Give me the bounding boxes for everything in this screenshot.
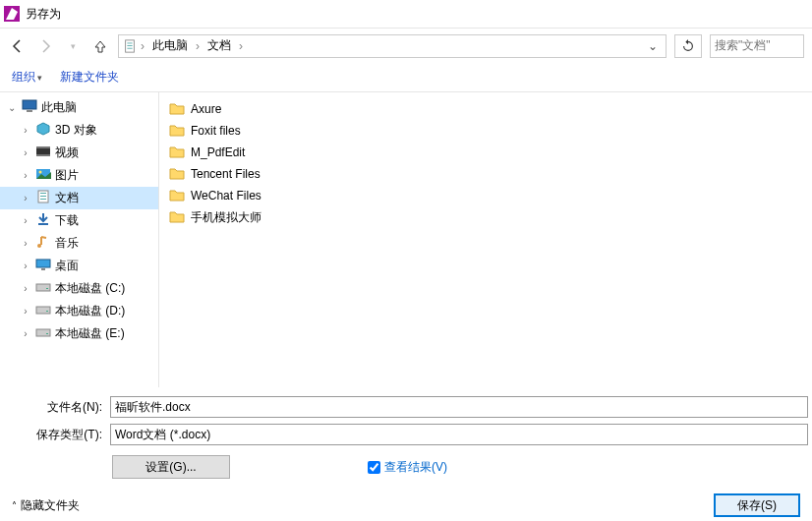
- filename-input[interactable]: [110, 396, 808, 418]
- tree-item-disk[interactable]: ›本地磁盘 (D:): [0, 300, 158, 322]
- doc-icon: [123, 39, 137, 53]
- refresh-button[interactable]: [674, 34, 702, 58]
- svg-rect-13: [40, 193, 46, 194]
- breadcrumb[interactable]: › 此电脑 › 文档 › ⌄: [118, 34, 667, 58]
- list-item[interactable]: WeChat Files: [169, 185, 802, 206]
- folder-icon: [169, 101, 185, 118]
- chevron-right-icon[interactable]: ›: [20, 193, 31, 203]
- disk-icon: [35, 280, 51, 297]
- nav-bar: ▾ › 此电脑 › 文档 › ⌄ 搜索"文档": [0, 28, 812, 63]
- svg-rect-3: [127, 45, 132, 46]
- fields: 文件名(N): 保存类型(T): 设置(G)... 查看结果(V): [0, 387, 812, 486]
- window-title: 另存为: [26, 6, 61, 23]
- organize-menu[interactable]: 组织 ▾: [12, 69, 42, 86]
- chevron-right-icon: ›: [141, 39, 145, 53]
- tree-item-label: 桌面: [55, 258, 79, 274]
- search-input[interactable]: 搜索"文档": [710, 34, 804, 58]
- tree-item-music[interactable]: ›音乐: [0, 232, 158, 255]
- settings-button[interactable]: 设置(G)...: [112, 455, 230, 479]
- breadcrumb-dropdown[interactable]: ⌄: [644, 39, 662, 53]
- tree-item-label: 本地磁盘 (C:): [55, 280, 125, 297]
- app-icon: [4, 6, 20, 22]
- svg-rect-23: [46, 311, 48, 312]
- back-button[interactable]: [8, 36, 28, 56]
- file-name: Foxit files: [191, 124, 241, 138]
- file-name: 手机模拟大师: [191, 209, 261, 226]
- refresh-icon: [681, 39, 695, 53]
- tree-item-pc[interactable]: ⌄此电脑: [0, 96, 158, 119]
- list-item[interactable]: Foxit files: [169, 120, 802, 142]
- tree-item-image[interactable]: ›图片: [0, 164, 158, 187]
- chevron-right-icon[interactable]: ›: [20, 328, 31, 339]
- list-item[interactable]: Tencent Files: [169, 163, 802, 185]
- tree-item-video[interactable]: ›视频: [0, 142, 158, 164]
- new-folder-button[interactable]: 新建文件夹: [60, 69, 119, 86]
- chevron-right-icon[interactable]: ›: [20, 170, 31, 181]
- tree-item-doc[interactable]: ›文档: [0, 187, 158, 209]
- svg-rect-16: [38, 223, 48, 225]
- footer: ˄ 隐藏文件夹 保存(S): [0, 486, 812, 521]
- toolbar: 组织 ▾ 新建文件夹: [0, 63, 812, 92]
- list-item[interactable]: 手机模拟大师: [169, 206, 802, 228]
- tree-item-label: 图片: [55, 167, 79, 184]
- svg-rect-21: [46, 288, 48, 289]
- tree-item-desktop[interactable]: ›桌面: [0, 255, 158, 277]
- chevron-right-icon[interactable]: ›: [20, 215, 31, 226]
- folder-icon: [169, 209, 185, 226]
- up-button[interactable]: [90, 36, 110, 56]
- tree-item-disk[interactable]: ›本地磁盘 (C:): [0, 277, 158, 300]
- breadcrumb-item[interactable]: 文档: [203, 37, 235, 54]
- disk-icon: [35, 303, 51, 319]
- chevron-down-icon[interactable]: ⌄: [6, 102, 18, 113]
- svg-rect-4: [127, 47, 132, 48]
- save-button[interactable]: 保存(S): [714, 493, 800, 517]
- search-placeholder: 搜索"文档": [715, 37, 771, 54]
- tree-item-download[interactable]: ›下载: [0, 209, 158, 232]
- tree-item-label: 此电脑: [41, 99, 77, 116]
- svg-rect-2: [127, 42, 132, 43]
- svg-rect-19: [41, 268, 45, 270]
- view-result-checkbox[interactable]: 查看结果(V): [368, 459, 447, 476]
- breadcrumb-item[interactable]: 此电脑: [148, 37, 192, 54]
- tree-item-label: 本地磁盘 (D:): [55, 303, 125, 319]
- file-list[interactable]: AxureFoxit filesM_PdfEditTencent FilesWe…: [159, 92, 812, 387]
- svg-rect-15: [40, 199, 46, 200]
- file-name: Axure: [191, 102, 221, 116]
- svg-rect-18: [36, 260, 50, 267]
- tree-item-label: 视频: [55, 145, 79, 161]
- chevron-right-icon[interactable]: ›: [20, 283, 31, 294]
- doc-icon: [35, 190, 51, 206]
- tree-item-3d[interactable]: ›3D 对象: [0, 119, 158, 142]
- desktop-icon: [35, 258, 51, 274]
- image-icon: [35, 167, 51, 184]
- chevron-right-icon[interactable]: ›: [20, 238, 31, 249]
- svg-rect-6: [27, 110, 32, 112]
- view-result-input[interactable]: [368, 461, 380, 474]
- file-name: WeChat Files: [191, 189, 261, 203]
- folder-icon: [169, 145, 185, 161]
- main-area: ⌄此电脑›3D 对象›视频›图片›文档›下载›音乐›桌面›本地磁盘 (C:)›本…: [0, 92, 812, 387]
- tree-item-disk[interactable]: ›本地磁盘 (E:): [0, 322, 158, 345]
- chevron-right-icon[interactable]: ›: [20, 125, 31, 136]
- disk-icon: [35, 325, 51, 342]
- tree-item-label: 文档: [55, 190, 79, 206]
- recent-dropdown[interactable]: ▾: [63, 36, 83, 56]
- filetype-select[interactable]: [110, 424, 808, 445]
- hide-folders-toggle[interactable]: ˄ 隐藏文件夹: [12, 497, 80, 514]
- chevron-right-icon[interactable]: ›: [20, 147, 31, 158]
- chevron-right-icon[interactable]: ›: [20, 260, 31, 271]
- svg-rect-14: [40, 196, 46, 197]
- svg-rect-8: [36, 146, 50, 148]
- tree-item-label: 本地磁盘 (E:): [55, 325, 125, 342]
- list-item[interactable]: Axure: [169, 98, 802, 120]
- music-icon: [35, 235, 51, 252]
- tree-item-label: 3D 对象: [55, 122, 97, 139]
- chevron-right-icon: ›: [196, 39, 200, 53]
- forward-button[interactable]: [35, 36, 55, 56]
- svg-rect-9: [36, 154, 50, 156]
- folder-tree[interactable]: ⌄此电脑›3D 对象›视频›图片›文档›下载›音乐›桌面›本地磁盘 (C:)›本…: [0, 92, 159, 387]
- svg-rect-5: [23, 100, 36, 109]
- chevron-right-icon[interactable]: ›: [20, 306, 31, 317]
- folder-icon: [169, 166, 185, 183]
- list-item[interactable]: M_PdfEdit: [169, 142, 802, 163]
